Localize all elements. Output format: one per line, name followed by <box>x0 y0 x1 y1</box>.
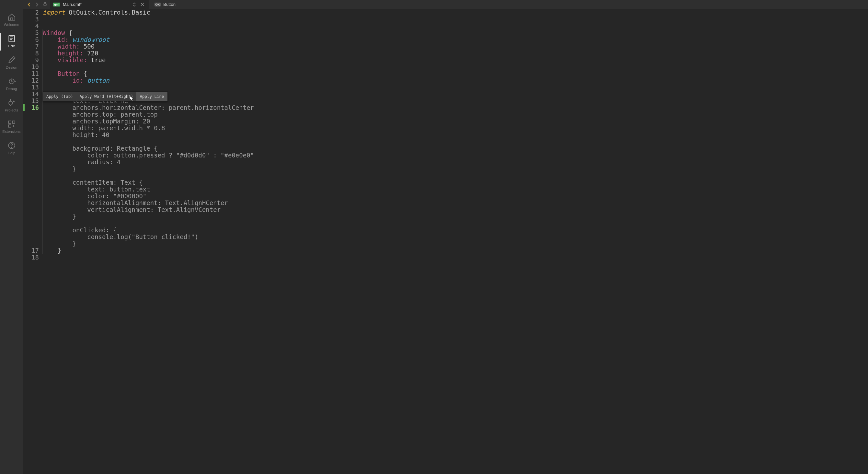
apply-word-button[interactable]: Apply Word (Alt+Right) <box>76 92 137 101</box>
code-token: contentItem: Text { <box>43 179 143 186</box>
code-line[interactable] <box>41 16 868 23</box>
code-token: onClicked: { <box>43 227 117 234</box>
code-editor[interactable]: 23456789101112131415161718 import QtQuic… <box>23 9 868 474</box>
line-number: 9 <box>23 57 39 63</box>
activity-label: Design <box>6 65 18 69</box>
code-token <box>84 77 87 84</box>
line-number <box>23 227 39 234</box>
code-token: color: button.pressed ? "#d0d0d0" : "#e0… <box>43 152 254 159</box>
code-line[interactable]: width: parent.width * 0.8 <box>41 125 868 131</box>
help-icon <box>7 141 16 150</box>
line-number <box>23 240 39 247</box>
line-number: 2 <box>23 9 39 16</box>
code-line[interactable]: anchors.top: parent.top <box>41 111 868 118</box>
code-line[interactable]: background: Rectangle { <box>41 145 868 152</box>
code-line[interactable]: height: 40 <box>41 131 868 138</box>
code-token: color: "#000000" <box>43 192 146 200</box>
file-tab-main-qml[interactable]: qml Main.qml* <box>50 0 149 9</box>
code-token: { <box>80 70 87 77</box>
close-icon <box>141 3 144 6</box>
code-line[interactable]: Window { <box>41 29 868 36</box>
edit-icon <box>7 34 16 43</box>
code-token: Window <box>43 29 65 36</box>
code-token: text: button.text <box>43 186 150 193</box>
code-line[interactable]: Button { <box>41 70 868 77</box>
code-line[interactable]: import QtQuick.Controls.Basic <box>41 9 868 16</box>
code-token <box>43 172 72 179</box>
code-token <box>69 36 72 43</box>
activity-welcome[interactable]: Welcome <box>0 10 23 31</box>
file-type-badge: qml <box>53 3 60 6</box>
code-line[interactable] <box>41 63 868 70</box>
code-token: console.log("Button clicked!") <box>43 233 198 240</box>
code-line[interactable] <box>41 172 868 179</box>
lock-icon[interactable] <box>43 2 47 7</box>
code-area[interactable]: import QtQuick.Controls.BasicWindow { id… <box>41 9 868 474</box>
code-line[interactable]: text: button.text <box>41 186 868 193</box>
apply-tab-button[interactable]: Apply (Tab) <box>43 92 76 101</box>
code-line[interactable]: } <box>41 166 868 172</box>
code-line[interactable]: console.log("Button clicked!") <box>41 234 868 240</box>
code-token: height: <box>58 50 84 57</box>
code-token: height: 40 <box>43 131 110 138</box>
updown-icon <box>133 3 136 6</box>
code-token: } <box>43 247 61 254</box>
change-marker <box>23 104 25 111</box>
activity-label: Help <box>8 151 16 155</box>
code-line[interactable] <box>41 220 868 227</box>
activity-edit[interactable]: Edit <box>0 31 23 53</box>
code-line[interactable]: id: windowroot <box>41 36 868 43</box>
activity-projects[interactable]: Projects <box>0 95 23 117</box>
line-number: 6 <box>23 36 39 43</box>
code-token: } <box>43 165 76 172</box>
activity-debug[interactable]: Debug <box>0 74 23 95</box>
code-line[interactable] <box>41 84 868 91</box>
split-dropdown-button[interactable] <box>132 3 137 6</box>
code-line[interactable]: visible: true <box>41 57 868 63</box>
line-number <box>23 234 39 240</box>
code-line[interactable]: } <box>41 240 868 247</box>
apply-line-button[interactable]: Apply Line <box>136 92 167 101</box>
activity-help[interactable]: Help <box>0 138 23 159</box>
line-number-gutter: 23456789101112131415161718 <box>23 9 41 474</box>
code-line[interactable]: width: 500 <box>41 43 868 50</box>
code-token <box>65 9 69 16</box>
code-line[interactable]: radius: 4 <box>41 159 868 166</box>
code-line[interactable]: verticalAlignment: Text.AlignVCenter <box>41 206 868 213</box>
code-line[interactable]: contentItem: Text { <box>41 179 868 186</box>
editor-tab-strip: qml Main.qml* OK Button <box>23 0 868 9</box>
code-line[interactable]: height: 720 <box>41 50 868 57</box>
line-number <box>23 179 39 186</box>
nav-back-button[interactable] <box>26 1 32 8</box>
nav-forward-button[interactable] <box>34 1 40 8</box>
code-token: width: parent.width * 0.8 <box>43 124 165 131</box>
code-line[interactable] <box>41 138 868 145</box>
activity-label: Welcome <box>4 23 20 27</box>
code-line[interactable]: } <box>41 247 868 254</box>
code-line[interactable]: } <box>41 213 868 220</box>
line-number: 13 <box>23 84 39 91</box>
line-number <box>23 111 39 118</box>
svg-marker-5 <box>14 80 16 83</box>
line-number <box>23 186 39 193</box>
activity-extensions[interactable]: Extensions <box>0 117 23 138</box>
debug-icon <box>7 77 16 86</box>
line-number <box>23 131 39 138</box>
code-line[interactable]: anchors.horizontalCenter: parent.horizon… <box>41 104 868 111</box>
code-token: import <box>43 9 65 16</box>
code-line[interactable]: color: button.pressed ? "#d0d0d0" : "#e0… <box>41 152 868 159</box>
code-line[interactable]: horizontalAlignment: Text.AlignHCenter <box>41 200 868 206</box>
line-number: 12 <box>23 77 39 84</box>
code-line[interactable] <box>41 23 868 29</box>
code-line[interactable]: id: button <box>41 77 868 84</box>
outline-tab-button[interactable]: OK Button <box>150 0 180 9</box>
code-line[interactable]: anchors.topMargin: 20 <box>41 118 868 125</box>
close-tab-button[interactable] <box>139 2 146 7</box>
code-token <box>43 36 58 43</box>
code-token: radius: 4 <box>43 158 121 166</box>
code-line[interactable]: onClicked: { <box>41 227 868 234</box>
activity-design[interactable]: Design <box>0 53 23 74</box>
code-token <box>43 138 72 145</box>
code-line[interactable] <box>41 254 868 261</box>
code-line[interactable]: color: "#000000" <box>41 193 868 200</box>
